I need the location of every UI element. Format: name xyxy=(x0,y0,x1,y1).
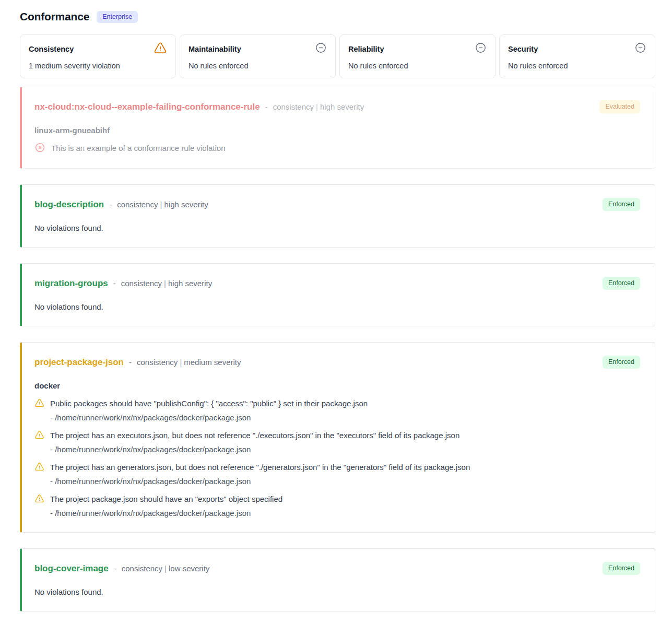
summary-grid: Consistency 1 medium severity violation … xyxy=(20,34,655,78)
rule-name-link[interactable]: nx-cloud:nx-cloud--example-failing-confo… xyxy=(34,102,260,112)
conformance-page: Conformance Enterprise Consistency 1 med… xyxy=(0,0,672,623)
enforced-badge: Enforced xyxy=(603,277,640,290)
summary-card-maintainability: Maintainability No rules enforced xyxy=(180,34,336,78)
summary-card-status: No rules enforced xyxy=(508,62,646,70)
violation-message: The project has an generators.json, but … xyxy=(50,462,470,473)
rule-severity: high severity xyxy=(320,102,364,111)
violation-message: The project package.json should have an … xyxy=(50,493,282,504)
violation-line: The project has an executors.json, but d… xyxy=(34,430,640,441)
rule-name-link[interactable]: blog-cover-image xyxy=(34,563,109,574)
summary-card-status: No rules enforced xyxy=(348,62,487,70)
rule-name-link[interactable]: project-package-json xyxy=(34,357,124,368)
rule-separator: - xyxy=(109,200,112,209)
rule-separator: - xyxy=(265,102,268,111)
rule-severity: high severity xyxy=(164,200,208,209)
summary-card-title: Maintainability xyxy=(188,42,241,53)
rule-severity: medium severity xyxy=(184,358,241,367)
summary-card-status: 1 medium severity violation xyxy=(29,62,167,70)
rule-pipe: | xyxy=(178,358,184,367)
violation-path: - /home/runner/work/nx/nx/packages/docke… xyxy=(50,445,640,454)
rule-meta: consistency|low severity xyxy=(122,564,210,573)
warning-triangle-icon xyxy=(34,430,44,440)
summary-card-title: Consistency xyxy=(29,42,74,53)
summary-card-head: Security xyxy=(508,42,646,54)
rule-category: consistency xyxy=(137,358,178,367)
violation-message: This is an example of a conformance rule… xyxy=(51,143,226,154)
rule-card-migration-groups: migration-groups - consistency|high seve… xyxy=(20,263,655,326)
rule-head: nx-cloud:nx-cloud--example-failing-confo… xyxy=(34,100,640,113)
rule-meta: consistency|high severity xyxy=(117,200,208,209)
rule-meta: consistency|high severity xyxy=(121,279,213,288)
violation-line: Public packages should have "publishConf… xyxy=(34,398,640,409)
rule-separator: - xyxy=(113,279,116,288)
violation-path: - /home/runner/work/nx/nx/packages/docke… xyxy=(50,413,640,422)
violation-path: - /home/runner/work/nx/nx/packages/docke… xyxy=(50,509,640,518)
rule-severity: low severity xyxy=(169,564,209,573)
project-name: linux-arm-gnueabihf xyxy=(34,126,640,135)
rules-list: nx-cloud:nx-cloud--example-failing-confo… xyxy=(20,87,655,612)
rule-pipe: | xyxy=(162,564,169,573)
rule-head: blog-cover-image - consistency|low sever… xyxy=(34,562,640,575)
rule-pipe: | xyxy=(158,200,164,209)
rule-separator: - xyxy=(114,564,116,573)
summary-card-title: Security xyxy=(508,42,538,53)
rule-head: blog-description - consistency|high seve… xyxy=(34,198,640,211)
violation-path: - /home/runner/work/nx/nx/packages/docke… xyxy=(50,477,640,486)
enforced-badge: Enforced xyxy=(603,356,640,369)
minus-circle-icon xyxy=(315,42,327,54)
summary-card-head: Reliability xyxy=(348,42,487,54)
rule-body: No violations found. xyxy=(34,587,640,596)
summary-card-reliability: Reliability No rules enforced xyxy=(339,34,496,78)
project-name: docker xyxy=(34,381,640,390)
summary-card-head: Maintainability xyxy=(188,42,327,54)
rule-pipe: | xyxy=(162,279,168,288)
summary-card-status: No rules enforced xyxy=(188,62,327,70)
violation-line: This is an example of a conformance rule… xyxy=(34,143,640,154)
rule-category: consistency xyxy=(117,200,158,209)
rule-body: No violations found. xyxy=(34,224,640,232)
rule-meta: consistency|high severity xyxy=(273,102,364,111)
rule-severity: high severity xyxy=(168,279,212,288)
evaluated-badge: Evaluated xyxy=(599,100,640,113)
rule-body: No violations found. xyxy=(34,302,640,311)
minus-circle-icon xyxy=(475,42,487,54)
violation-message: The project has an executors.json, but d… xyxy=(50,430,459,441)
warning-triangle-icon xyxy=(34,398,44,408)
violation-line: The project package.json should have an … xyxy=(34,493,640,504)
summary-card-head: Consistency xyxy=(29,42,167,55)
summary-card-security: Security No rules enforced xyxy=(499,34,655,78)
rule-pipe: | xyxy=(314,102,320,111)
x-circle-icon xyxy=(34,142,45,153)
rule-category: consistency xyxy=(273,102,314,111)
rule-card-project-package-json: project-package-json - consistency|mediu… xyxy=(20,342,655,533)
warning-triangle-icon xyxy=(154,42,167,55)
rule-head: migration-groups - consistency|high seve… xyxy=(34,277,640,290)
enforced-badge: Enforced xyxy=(603,562,640,575)
rule-card-example-failing: nx-cloud:nx-cloud--example-failing-confo… xyxy=(20,87,655,169)
rule-name-link[interactable]: blog-description xyxy=(34,199,104,210)
rule-card-blog-cover-image: blog-cover-image - consistency|low sever… xyxy=(20,548,655,612)
violation-message: Public packages should have "publishConf… xyxy=(50,398,368,409)
rule-category: consistency xyxy=(122,564,162,573)
rule-name-link[interactable]: migration-groups xyxy=(34,278,108,289)
enterprise-badge: Enterprise xyxy=(97,11,138,23)
enforced-badge: Enforced xyxy=(603,198,640,211)
warning-triangle-icon xyxy=(34,462,44,472)
rule-head: project-package-json - consistency|mediu… xyxy=(34,356,640,369)
rule-category: consistency xyxy=(121,279,162,288)
violation-line: The project has an generators.json, but … xyxy=(34,462,640,473)
warning-triangle-icon xyxy=(34,494,44,504)
page-header: Conformance Enterprise xyxy=(20,10,655,23)
minus-circle-icon xyxy=(634,42,646,54)
page-title: Conformance xyxy=(20,10,89,23)
rule-separator: - xyxy=(129,358,132,367)
rule-meta: consistency|medium severity xyxy=(137,358,241,367)
summary-card-consistency: Consistency 1 medium severity violation xyxy=(20,34,176,78)
rule-card-blog-description: blog-description - consistency|high seve… xyxy=(20,184,655,248)
summary-card-title: Reliability xyxy=(348,42,384,53)
